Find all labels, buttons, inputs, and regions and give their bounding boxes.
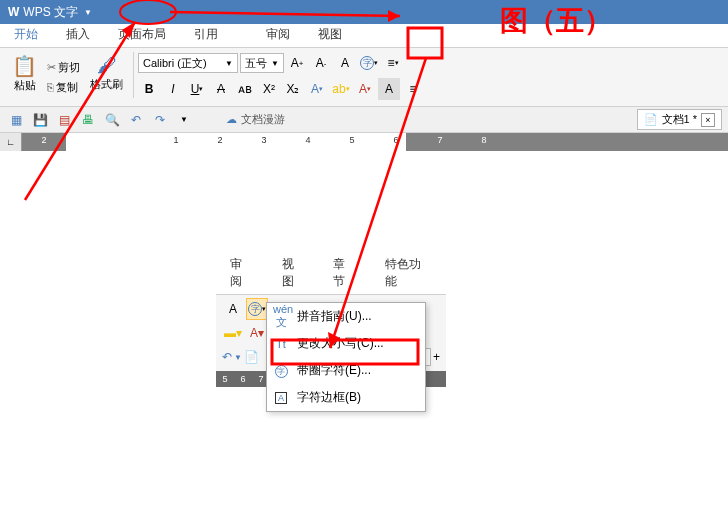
cloud-icon: ☁ bbox=[226, 113, 237, 126]
app-name: WPS 文字 bbox=[23, 4, 78, 21]
undo-icon[interactable]: ↶ bbox=[126, 110, 146, 130]
bold-button[interactable]: B bbox=[138, 78, 160, 100]
close-tab-icon[interactable]: × bbox=[701, 113, 715, 127]
paste-button[interactable]: 📋 粘贴 bbox=[6, 52, 43, 102]
circle-char-icon: 字 bbox=[273, 364, 289, 378]
app-logo-icon: W bbox=[8, 5, 19, 19]
format-painter-button[interactable]: 🖌 格式刷 bbox=[84, 52, 129, 102]
underline-button[interactable]: U▾ bbox=[186, 78, 208, 100]
popup-window: 审阅 视图 章节 特色功能 A 字▾ ☰▾ ≡▾ ⊟▾ ⇤ ⇥ ▬▾ A▾ A … bbox=[216, 252, 446, 387]
redo-icon[interactable]: ↷ bbox=[150, 110, 170, 130]
doc-icon: 📄 bbox=[644, 113, 658, 126]
popup-tab-review[interactable]: 审阅 bbox=[216, 252, 268, 294]
font-color2-button[interactable]: A▾ bbox=[354, 78, 376, 100]
subscript-button[interactable]: X₂ bbox=[282, 78, 304, 100]
menu-char-border[interactable]: A 字符边框(B) bbox=[267, 384, 425, 411]
document-tab[interactable]: 📄 文档1 * × bbox=[637, 109, 722, 130]
save-icon[interactable]: 💾 bbox=[30, 110, 50, 130]
popup-fontcolor-icon[interactable]: A▾ bbox=[246, 322, 268, 344]
horizontal-ruler[interactable]: ∟ 2 1 1 2 3 4 5 6 7 8 bbox=[0, 133, 728, 151]
popup-doc-icon[interactable]: 📄 bbox=[244, 350, 259, 364]
shading-button[interactable]: A bbox=[378, 78, 400, 100]
tab-start[interactable]: 开始 bbox=[0, 22, 52, 47]
strike-button[interactable]: A bbox=[210, 78, 232, 100]
ribbon: 📋 粘贴 ✂剪切 ⎘复制 🖌 格式刷 Calibri (正文)▼ 五号▼ A+ … bbox=[0, 48, 728, 107]
list-button[interactable]: ≡▾ bbox=[382, 52, 404, 74]
cut-button[interactable]: ✂剪切 bbox=[43, 58, 84, 77]
qat-more-icon[interactable]: ▼ bbox=[174, 110, 194, 130]
scissors-icon: ✂ bbox=[47, 61, 56, 74]
font-size-select[interactable]: 五号▼ bbox=[240, 53, 284, 73]
menu-pinyin-guide[interactable]: wén文 拼音指南(U)... bbox=[267, 303, 425, 330]
pinyin-icon: wén文 bbox=[273, 303, 289, 330]
font-family-select[interactable]: Calibri (正文)▼ bbox=[138, 53, 238, 73]
ruler-corner: ∟ bbox=[0, 133, 22, 151]
print-icon[interactable]: 🖶 bbox=[78, 110, 98, 130]
strikethrough-button[interactable]: ᴀʙ bbox=[234, 78, 256, 100]
app-menu-dropdown-icon[interactable]: ▼ bbox=[84, 8, 92, 17]
clear-format-button[interactable]: A bbox=[334, 52, 356, 74]
italic-button[interactable]: I bbox=[162, 78, 184, 100]
popup-tab-special[interactable]: 特色功能 bbox=[371, 252, 446, 294]
tab-reference[interactable]: 引用 bbox=[180, 22, 232, 47]
document-area[interactable] bbox=[0, 151, 728, 231]
tab-view[interactable]: 视图 bbox=[304, 22, 356, 47]
preview-icon[interactable]: 🔍 bbox=[102, 110, 122, 130]
copy-icon: ⎘ bbox=[47, 81, 54, 93]
popup-redo-icon[interactable]: ▼ bbox=[234, 353, 242, 362]
pdf-icon[interactable]: ▤ bbox=[54, 110, 74, 130]
popup-tab-view[interactable]: 视图 bbox=[268, 252, 320, 294]
wenku-tab[interactable]: ☁ 文档漫游 bbox=[218, 110, 293, 129]
tab-insert[interactable]: 插入 bbox=[52, 22, 104, 47]
quick-access-toolbar: ▦ 💾 ▤ 🖶 🔍 ↶ ↷ ▼ ☁ 文档漫游 📄 文档1 * × bbox=[0, 107, 728, 133]
brush-icon: 🖌 bbox=[97, 54, 117, 77]
popup-add-icon[interactable]: + bbox=[433, 350, 440, 364]
case-icon: Tt bbox=[273, 338, 289, 350]
popup-enclosed-button[interactable]: 字▾ bbox=[246, 298, 268, 320]
paste-icon: 📋 bbox=[12, 54, 37, 78]
new-icon[interactable]: ▦ bbox=[6, 110, 26, 130]
highlight-button[interactable]: ab▾ bbox=[330, 78, 352, 100]
popup-clear-icon[interactable]: A bbox=[222, 298, 244, 320]
menu-enclosed-char[interactable]: 字 带圈字符(E)... bbox=[267, 357, 425, 384]
title-bar: W WPS 文字 ▼ bbox=[0, 0, 728, 24]
border-char-icon: A bbox=[273, 391, 289, 404]
enclosed-char-dropdown: wén文 拼音指南(U)... Tt 更改大小写(C)... 字 带圈字符(E)… bbox=[266, 302, 426, 412]
popup-highlight-icon[interactable]: ▬▾ bbox=[222, 322, 244, 344]
popup-tab-chapter[interactable]: 章节 bbox=[319, 252, 371, 294]
enclosed-char-button[interactable]: 字▾ bbox=[358, 52, 380, 74]
ribbon-tabs: 开始 插入 页面布局 引用 审阅 视图 bbox=[0, 24, 728, 48]
tab-review[interactable]: 审阅 bbox=[252, 22, 304, 47]
popup-undo-icon[interactable]: ↶ bbox=[222, 350, 232, 364]
menu-change-case[interactable]: Tt 更改大小写(C)... bbox=[267, 330, 425, 357]
tab-layout[interactable]: 页面布局 bbox=[104, 22, 180, 47]
indent-button[interactable]: ≡ bbox=[402, 78, 424, 100]
popup-tabs: 审阅 视图 章节 特色功能 bbox=[216, 252, 446, 295]
superscript-button[interactable]: X² bbox=[258, 78, 280, 100]
shrink-font-button[interactable]: A- bbox=[310, 52, 332, 74]
annotation-label: 图（五） bbox=[500, 2, 612, 40]
copy-button[interactable]: ⎘复制 bbox=[43, 78, 84, 97]
font-color-button[interactable]: A▾ bbox=[306, 78, 328, 100]
grow-font-button[interactable]: A+ bbox=[286, 52, 308, 74]
